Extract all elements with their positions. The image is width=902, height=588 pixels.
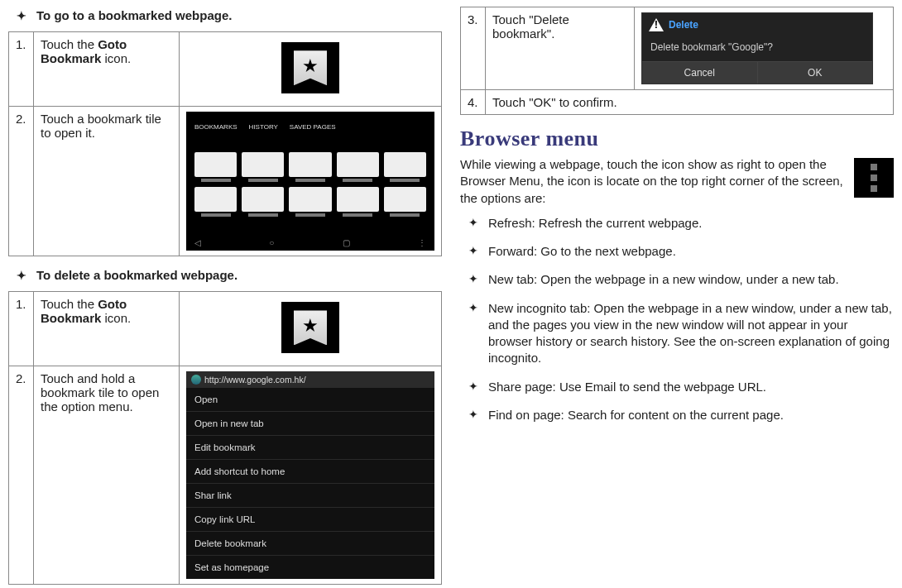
address-bar: http://www.google.com.hk/	[186, 371, 434, 388]
star-icon: ✦	[468, 407, 478, 423]
step-image: Delete Delete bookmark "Google"? Cancel …	[635, 7, 894, 90]
step-number: 3.	[461, 7, 486, 90]
step-number: 4.	[461, 90, 486, 115]
context-menu-item: Delete bookmark	[186, 532, 434, 556]
overflow-menu-icon	[854, 158, 894, 198]
goto-steps-table: 1. Touch the Goto Bookmark icon. 2. Touc…	[8, 31, 442, 256]
star-icon: ✦	[17, 8, 26, 23]
step-text: Touch and hold a bookmark tile to open t…	[33, 366, 179, 585]
section-title: Browser menu	[460, 127, 894, 151]
browser-menu-options: ✦Refresh: Refresh the current webpage. ✦…	[460, 215, 894, 423]
star-icon: ✦	[468, 215, 478, 232]
goto-bookmark-icon	[281, 42, 339, 93]
star-icon: ✦	[468, 300, 478, 367]
delete-steps-table: 1. Touch the Goto Bookmark icon. 2. Touc…	[8, 291, 442, 585]
step-image	[180, 32, 442, 107]
option-text: New tab: Open the webpage in a new windo…	[488, 271, 839, 288]
delete-dialog-screenshot: Delete Delete bookmark "Google"? Cancel …	[641, 12, 873, 84]
warning-icon	[649, 18, 664, 31]
left-column: ✦ To go to a bookmarked webpage. 1. Touc…	[8, 7, 442, 588]
dialog-message: Delete bookmark "Google"?	[642, 36, 872, 61]
step-text: Touch "OK" to confirm.	[486, 90, 894, 115]
bookmark-tiles-screenshot: BOOKMARKSHISTORYSAVED PAGES	[186, 112, 434, 251]
step-number: 1.	[9, 292, 34, 366]
option-text: Refresh: Refresh the current webpage.	[488, 215, 702, 232]
step-image	[180, 292, 442, 366]
goto-bookmark-icon	[281, 302, 339, 353]
star-icon: ✦	[17, 268, 26, 283]
star-icon: ✦	[468, 379, 478, 395]
step-image: BOOKMARKSHISTORYSAVED PAGES	[180, 107, 442, 256]
intro-paragraph: While viewing a webpage, touch the icon …	[460, 156, 844, 207]
step-number: 2.	[9, 107, 34, 256]
context-menu-item: Open	[186, 388, 434, 412]
option-text: Share page: Use Email to send the webpag…	[488, 379, 766, 395]
step-text: Touch a bookmark tile to open it.	[33, 107, 179, 256]
star-icon: ✦	[468, 243, 478, 260]
context-menu-item: Copy link URL	[186, 508, 434, 532]
step-text: Touch "Delete bookmark".	[486, 7, 635, 90]
ok-button: OK	[757, 61, 873, 84]
cancel-button: Cancel	[642, 61, 757, 84]
step-image: http://www.google.com.hk/ Open Open in n…	[180, 366, 442, 585]
dialog-title: Delete	[669, 19, 698, 31]
step-number: 1.	[9, 32, 34, 107]
step-text: Touch the Goto Bookmark icon.	[33, 32, 179, 107]
context-menu-item: Edit bookmark	[186, 436, 434, 460]
option-text: New incognito tab: Open the webpage in a…	[488, 300, 894, 367]
heading-text: To go to a bookmarked webpage.	[36, 8, 232, 23]
context-menu-screenshot: http://www.google.com.hk/ Open Open in n…	[186, 371, 434, 579]
right-column: 3. Touch "Delete bookmark". Delete Delet…	[460, 7, 894, 588]
option-text: Find on page: Search for content on the …	[488, 407, 784, 423]
star-icon: ✦	[468, 271, 478, 288]
delete-steps-table-cont: 3. Touch "Delete bookmark". Delete Delet…	[460, 7, 894, 115]
heading-delete-bookmark: ✦ To delete a bookmarked webpage.	[17, 268, 442, 283]
step-text: Touch the Goto Bookmark icon.	[33, 292, 179, 366]
heading-goto-bookmark: ✦ To go to a bookmarked webpage.	[17, 8, 442, 23]
step-number: 2.	[9, 366, 34, 585]
heading-text: To delete a bookmarked webpage.	[36, 268, 237, 283]
option-text: Forward: Go to the next webpage.	[488, 243, 676, 260]
context-menu-item: Add shortcut to home	[186, 460, 434, 484]
context-menu-item: Set as homepage	[186, 556, 434, 579]
context-menu-item: Shar link	[186, 484, 434, 508]
context-menu-item: Open in new tab	[186, 412, 434, 436]
globe-icon	[191, 375, 201, 385]
